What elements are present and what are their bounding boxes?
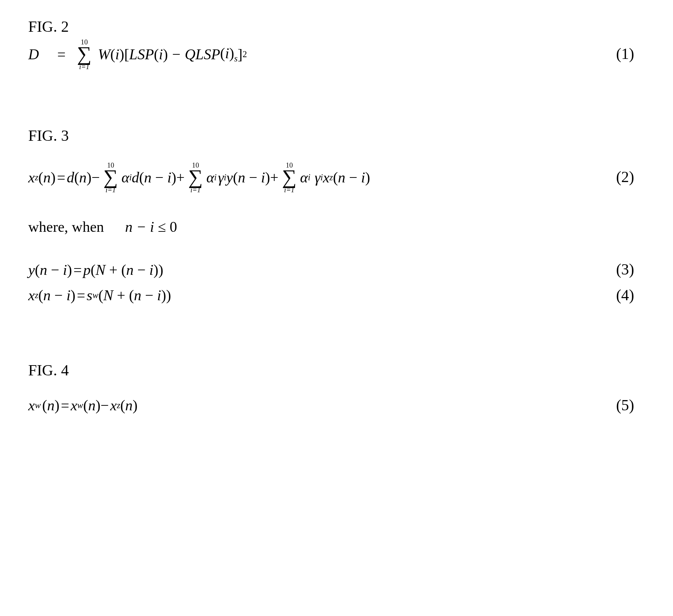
eq1-number: (1) (606, 45, 634, 64)
eq3-y-arg: (n − i) (35, 261, 72, 279)
eq5-x2-w: w (77, 400, 83, 411)
eq1-D: D (28, 46, 39, 63)
eq2-d2: d (132, 169, 139, 186)
fig2-label: FIG. 2 (28, 18, 634, 36)
eq2-y: y (226, 169, 233, 186)
eq1-W: W (98, 46, 110, 63)
eq2-plus1: + (176, 169, 185, 186)
eq1-minus: − (172, 46, 181, 63)
eq1-rbracket: ] (238, 46, 242, 63)
eq2-d: d (67, 169, 74, 186)
eq2-sum3: 10 ∑ i=1 (282, 162, 296, 193)
equation-2-row: xz(n) = d(n) − 10 ∑ i=1 αid(n − i) + 10 … (28, 162, 634, 193)
eq1-LSPi: (i) (154, 46, 168, 63)
where-cond: n − i ≤ 0 (125, 218, 177, 236)
eq5-x2-n: (n) (83, 397, 101, 414)
sigma-icon: ∑ (77, 45, 91, 63)
equation-1-body: D = 10 ∑ i=1 W(i)[LSP(i) − QLSP(i)s]2 (28, 38, 247, 70)
eq2-sum1-lower: i=1 (106, 186, 116, 193)
eq4-s-w: w (92, 290, 98, 301)
eq2-sum2: 10 ∑ i=1 (188, 162, 203, 193)
eq5-minus: − (101, 397, 109, 414)
eq2-y-arg: (n − i) (233, 169, 270, 186)
sigma-icon: ∑ (282, 168, 296, 186)
eq2-alpha1-i: i (129, 172, 132, 183)
eq1-QLSP: QLSP (185, 46, 220, 63)
eq1-sub-s: s (234, 54, 238, 63)
eq5-x1-n: (n) (42, 397, 59, 414)
eq1-lbracket: [ (124, 46, 129, 63)
eq1-LSP: LSP (129, 46, 154, 63)
equation-1-row: D = 10 ∑ i=1 W(i)[LSP(i) − QLSP(i)s]2 (1… (28, 38, 634, 70)
fig4-label: FIG. 4 (28, 361, 634, 380)
eq5-x1-w: w (35, 400, 41, 411)
where-line: where, when n − i ≤ 0 (28, 218, 634, 236)
eq5-x3: x (110, 397, 117, 414)
eq2-d-n: (n) (74, 169, 91, 186)
eq2-plus2: + (270, 169, 278, 186)
eq3-p: p (83, 261, 91, 279)
eq2-x2: x (323, 169, 330, 186)
eq5-x3-z: z (117, 400, 120, 411)
eq2-gamma1: γ (218, 169, 224, 186)
sigma-icon: ∑ (188, 168, 203, 186)
eq3-number: (3) (606, 260, 634, 279)
fig3-label: FIG. 3 (28, 127, 634, 145)
eq4-number: (4) (606, 286, 634, 305)
eq2-sum2-lower: i=1 (190, 186, 200, 193)
equation-5-body: xw (n) = xw(n) − xz(n) (28, 397, 138, 414)
eq5-x1: x (28, 397, 35, 414)
eq2-xz-n: (n) (38, 169, 55, 186)
equation-4-body: xz(n − i) = sw(N + (n − i)) (28, 286, 171, 304)
eq4-equals: = (77, 286, 85, 304)
eq1-sq: 2 (242, 49, 247, 60)
eq1-sum-lower: i=1 (79, 63, 89, 70)
sigma-icon: ∑ (103, 168, 118, 186)
eq2-xz: z (35, 172, 38, 183)
eq2-x2-arg: (n − i) (333, 169, 370, 186)
eq2-d2-arg: (n − i) (139, 169, 176, 186)
eq2-equals: = (57, 169, 65, 186)
eq5-x3-n: (n) (120, 397, 138, 414)
eq5-equals: = (61, 397, 69, 414)
eq2-minus1: − (91, 169, 100, 186)
eq1-sum: 10 ∑ i=1 (77, 38, 91, 70)
equation-3-body: y(n − i) = p(N + (n − i)) (28, 261, 163, 279)
eq1-QLSPi: (i)s (220, 44, 238, 64)
equation-5-row: xw (n) = xw(n) − xz(n) (5) (28, 396, 634, 415)
eq2-alpha2-i: i (214, 172, 217, 183)
eq2-number: (2) (606, 168, 634, 187)
eq2-alpha2: α (206, 169, 214, 186)
eq3-equals: = (73, 261, 82, 279)
equation-4-row: xz(n − i) = sw(N + (n − i)) (4) (28, 286, 634, 305)
eq3-y: y (28, 261, 35, 279)
eq2-gamma1-i: i (224, 172, 226, 183)
eq4-x-z: z (35, 290, 38, 301)
eq2-sum3-lower: i=1 (284, 186, 294, 193)
eq2-sum1: 10 ∑ i=1 (103, 162, 118, 193)
eq4-s: s (87, 286, 92, 304)
eq2-alpha3: α (300, 169, 308, 186)
eq4-x-arg: (n − i) (38, 286, 75, 304)
page: FIG. 2 D = 10 ∑ i=1 W(i)[LSP(i) − QLSP(i… (0, 0, 673, 616)
eq2-gamma2-i: i (320, 172, 323, 183)
eq2-alpha3-i: i (308, 172, 310, 183)
eq4-s-arg: (N + (n − i)) (98, 286, 171, 304)
eq5-x2: x (71, 397, 77, 414)
eq2-x2-z: z (330, 172, 333, 183)
eq5-number: (5) (606, 396, 634, 415)
eq3-p-arg: (N + (n − i)) (91, 261, 163, 279)
eq1-equals: = (57, 46, 66, 63)
where-text: where, when (28, 218, 104, 236)
eq2-x: x (28, 169, 35, 186)
eq4-x: x (28, 286, 35, 304)
eq2-gamma2: γ (314, 169, 320, 186)
eq2-alpha1: α (121, 169, 129, 186)
eq1-Wi: (i) (110, 46, 124, 63)
equation-3-row: y(n − i) = p(N + (n − i)) (3) (28, 260, 634, 279)
equation-2-body: xz(n) = d(n) − 10 ∑ i=1 αid(n − i) + 10 … (28, 162, 370, 193)
